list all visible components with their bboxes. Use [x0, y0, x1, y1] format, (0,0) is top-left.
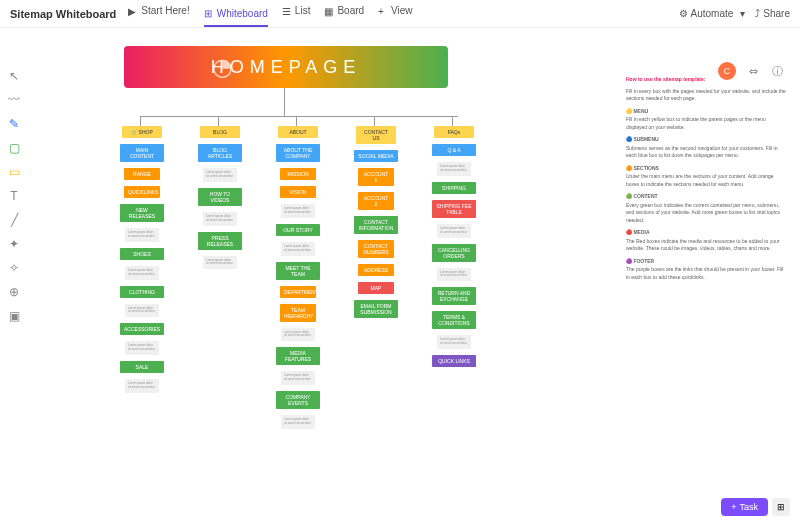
- sub-shop[interactable]: MAIN CONTENT: [120, 144, 164, 162]
- menu-about[interactable]: ABOUT: [278, 126, 318, 138]
- shop-quicklinks[interactable]: QUICKLINKS: [124, 186, 160, 198]
- info-icon[interactable]: ⓘ: [768, 62, 786, 80]
- note: Lorem ipsum dolor sit amet consectetur: [125, 379, 159, 393]
- shape-tool[interactable]: ▢: [6, 140, 22, 156]
- faq-ship[interactable]: SHIPPING: [432, 182, 476, 194]
- cursor-tool[interactable]: ↖: [6, 68, 22, 84]
- contact-email[interactable]: EMAIL FORM SUBMISSION: [354, 300, 398, 318]
- tab-list[interactable]: ☰List: [282, 5, 311, 22]
- note: Lorem ipsum dolor sit amet consectetur: [125, 304, 159, 318]
- note: Lorem ipsum dolor sit amet consectetur: [437, 162, 471, 176]
- note: Lorem ipsum dolor sit amet consectetur: [125, 228, 159, 242]
- connector-tool[interactable]: ╱: [6, 212, 22, 228]
- menu-blog[interactable]: BLOG: [200, 126, 240, 138]
- faq-quick[interactable]: QUICK LINKS: [432, 355, 476, 367]
- menu-contact[interactable]: CONTACT US: [356, 126, 396, 144]
- task-button[interactable]: +Task: [721, 498, 768, 516]
- lasso-tool[interactable]: 〰: [6, 92, 22, 108]
- page-title: Sitemap Whiteboard: [10, 8, 116, 20]
- note: Lorem ipsum dolor sit amet consectetur: [437, 224, 471, 238]
- contact-info[interactable]: CONTACT INFORMATION: [354, 216, 398, 234]
- menu-faqs[interactable]: FAQs: [434, 126, 474, 138]
- shop-acc[interactable]: ACCESSORIES: [120, 323, 164, 335]
- legend-panel: How to use the sitemap template: Fill in…: [626, 76, 788, 286]
- tab-view[interactable]: +View: [378, 5, 413, 22]
- faq-return[interactable]: RETURN AND EXCHANGE: [432, 287, 476, 305]
- tab-start[interactable]: ▶Start Here!: [128, 5, 189, 22]
- sub-about[interactable]: ABOUT THE COMPANY: [276, 144, 320, 162]
- note: Lorem ipsum dolor sit amet consectetur: [281, 371, 315, 385]
- share-button[interactable]: ⤴Share: [755, 8, 790, 19]
- contact-a2[interactable]: ACCOUNT 2: [358, 192, 394, 210]
- contact-num[interactable]: CONTACT NUMBERS: [358, 240, 394, 258]
- note: Lorem ipsum dolor sit amet consectetur: [203, 256, 237, 270]
- note: Lorem ipsum dolor sit amet consectetur: [281, 328, 315, 342]
- contact-addr[interactable]: ADDRESS: [358, 264, 394, 276]
- faq-shiptable[interactable]: SHIPPING FEE TABLE: [432, 200, 476, 218]
- about-events[interactable]: COMPANY EVENTS: [276, 391, 320, 409]
- apps-button[interactable]: ⊞: [772, 498, 790, 516]
- about-hier[interactable]: TEAM HIERARCHY: [280, 304, 316, 322]
- shop-new[interactable]: NEW RELEASES: [120, 204, 164, 222]
- contact-map[interactable]: MAP: [358, 282, 394, 294]
- shop-sale[interactable]: SALE: [120, 361, 164, 373]
- about-team[interactable]: MEET THE TEAM: [276, 262, 320, 280]
- shop-range[interactable]: RANGE: [124, 168, 160, 180]
- about-dept[interactable]: DEPARTMENTS: [280, 286, 316, 298]
- note: Lorem ipsum dolor sit amet consectetur: [437, 268, 471, 282]
- sub-faqs[interactable]: Q & A: [432, 144, 476, 156]
- shop-shoes[interactable]: SHOES: [120, 248, 164, 260]
- contact-a1[interactable]: ACCOUNT 1: [358, 168, 394, 186]
- about-vision[interactable]: VISION: [280, 186, 316, 198]
- note: Lorem ipsum dolor sit amet consectetur: [281, 204, 315, 218]
- image-tool[interactable]: ▣: [6, 308, 22, 324]
- whiteboard-canvas[interactable]: HOMEPAGE 🛒 SHOP MAIN CONTENT RANGE QUICK…: [28, 28, 800, 526]
- note: Lorem ipsum dolor sit amet consectetur: [203, 168, 237, 182]
- note: Lorem ipsum dolor sit amet consectetur: [203, 212, 237, 226]
- automate-button[interactable]: ⚙Automate▾: [679, 8, 746, 19]
- shop-clothing[interactable]: CLOTHING: [120, 286, 164, 298]
- tab-board[interactable]: ▦Board: [324, 5, 364, 22]
- text-tool[interactable]: T: [6, 188, 22, 204]
- user-avatar[interactable]: C: [718, 62, 736, 80]
- faq-cancel[interactable]: CANCELLING ORDERS: [432, 244, 476, 262]
- note: Lorem ipsum dolor sit amet consectetur: [281, 415, 315, 429]
- blog-howto[interactable]: HOW TO VIDEOS: [198, 188, 242, 206]
- about-mission[interactable]: MISSION: [280, 168, 316, 180]
- note: Lorem ipsum dolor sit amet consectetur: [125, 266, 159, 280]
- faq-terms[interactable]: TERMS & CONDITIONS: [432, 311, 476, 329]
- note: Lorem ipsum dolor sit amet consectetur: [125, 341, 159, 355]
- about-media[interactable]: MEDIA FEATURES: [276, 347, 320, 365]
- sticky-tool[interactable]: ▭: [6, 164, 22, 180]
- stamp-tool[interactable]: ✦: [6, 236, 22, 252]
- sub-blog[interactable]: BLOG ARTICLES: [198, 144, 242, 162]
- blog-press[interactable]: PRESS RELEASES: [198, 232, 242, 250]
- frame-tool[interactable]: ✧: [6, 260, 22, 276]
- fit-icon[interactable]: ⇔: [744, 62, 762, 80]
- web-tool[interactable]: ⊕: [6, 284, 22, 300]
- note: Lorem ipsum dolor sit amet consectetur: [437, 335, 471, 349]
- tab-whiteboard[interactable]: ⊞Whiteboard: [204, 8, 268, 27]
- note: Lorem ipsum dolor sit amet consectetur: [281, 242, 315, 256]
- about-story[interactable]: OUR STORY: [276, 224, 320, 236]
- homepage-banner[interactable]: HOMEPAGE: [124, 46, 448, 88]
- pen-tool[interactable]: ✎: [6, 116, 22, 132]
- menu-shop[interactable]: 🛒 SHOP: [122, 126, 162, 138]
- sub-contact[interactable]: SOCIAL MEDIA: [354, 150, 398, 162]
